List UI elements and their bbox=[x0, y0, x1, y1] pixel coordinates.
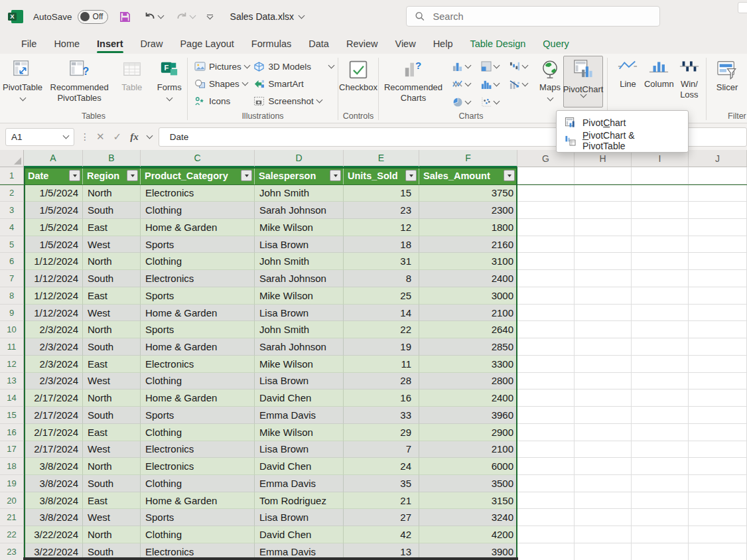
cell[interactable] bbox=[632, 287, 689, 305]
cell[interactable] bbox=[575, 185, 632, 202]
row-header-14[interactable]: 14 bbox=[0, 389, 24, 407]
cell[interactable] bbox=[632, 509, 689, 526]
cell[interactable]: East bbox=[83, 356, 141, 373]
cell[interactable]: 2640 bbox=[419, 321, 517, 338]
cancel-entry-icon[interactable]: ✕ bbox=[96, 131, 105, 143]
cell[interactable]: South bbox=[83, 543, 141, 560]
cell[interactable]: 3000 bbox=[419, 287, 517, 305]
cell[interactable]: Electronics bbox=[141, 543, 255, 560]
forms-button[interactable]: F Forms bbox=[151, 57, 187, 100]
cell[interactable]: Lisa Brown bbox=[255, 441, 344, 458]
cell[interactable]: 3/22/2024 bbox=[24, 526, 83, 543]
cell[interactable]: 1/12/2024 bbox=[24, 287, 83, 305]
cell[interactable]: 6000 bbox=[419, 458, 517, 475]
pivottable-button[interactable]: PivotTable bbox=[0, 57, 45, 100]
cell[interactable] bbox=[632, 338, 689, 356]
cell[interactable]: East bbox=[83, 424, 141, 441]
row-header-9[interactable]: 9 bbox=[0, 305, 24, 322]
cell[interactable] bbox=[517, 389, 575, 407]
cell[interactable]: 2/17/2024 bbox=[24, 407, 83, 424]
cell[interactable] bbox=[517, 424, 575, 441]
column-header-f[interactable]: F bbox=[419, 150, 517, 167]
cell[interactable] bbox=[689, 287, 747, 305]
cell[interactable]: 21 bbox=[344, 492, 419, 510]
cell[interactable]: 1/5/2024 bbox=[24, 219, 83, 236]
row-header-3[interactable]: 3 bbox=[0, 202, 24, 219]
tab-help[interactable]: Help bbox=[425, 33, 462, 54]
cell[interactable]: Electronics bbox=[141, 356, 255, 373]
cell[interactable] bbox=[632, 185, 689, 202]
cell[interactable]: 15 bbox=[344, 185, 419, 202]
cell[interactable]: West bbox=[83, 509, 141, 526]
cell[interactable] bbox=[689, 475, 747, 492]
cell[interactable] bbox=[632, 407, 689, 424]
cell[interactable] bbox=[517, 167, 575, 184]
cell[interactable]: Mike Wilson bbox=[255, 424, 344, 441]
cell[interactable]: 3300 bbox=[419, 356, 517, 373]
cell[interactable] bbox=[632, 219, 689, 236]
column-header-j[interactable]: J bbox=[689, 150, 747, 167]
cell[interactable]: 3/22/2024 bbox=[24, 543, 83, 560]
cell[interactable]: 24 bbox=[344, 458, 419, 475]
row-header-13[interactable]: 13 bbox=[0, 373, 24, 390]
cell[interactable] bbox=[689, 305, 747, 322]
cell[interactable] bbox=[517, 321, 575, 338]
cell[interactable]: Emma Davis bbox=[255, 407, 344, 424]
cell[interactable]: Sports bbox=[141, 509, 255, 526]
cell[interactable]: 31 bbox=[344, 253, 419, 270]
cell[interactable] bbox=[517, 185, 575, 202]
cell[interactable] bbox=[575, 270, 632, 287]
cell[interactable] bbox=[517, 253, 575, 270]
cell[interactable] bbox=[517, 202, 575, 219]
cell[interactable]: 2100 bbox=[419, 441, 517, 458]
tab-query[interactable]: Query bbox=[534, 33, 578, 54]
cell[interactable]: Sports bbox=[141, 407, 255, 424]
menu-item-pivotchart-pivottable[interactable]: PivotChart & PivotTable bbox=[557, 131, 688, 149]
row-header-21[interactable]: 21 bbox=[0, 509, 24, 526]
tab-review[interactable]: Review bbox=[338, 33, 387, 54]
cell[interactable]: West bbox=[83, 373, 141, 390]
cell[interactable]: 2850 bbox=[419, 338, 517, 356]
row-header-18[interactable]: 18 bbox=[0, 458, 24, 475]
cell[interactable]: East bbox=[83, 219, 141, 236]
cell[interactable] bbox=[689, 458, 747, 475]
cell[interactable] bbox=[575, 305, 632, 322]
cell[interactable] bbox=[575, 167, 632, 184]
cell[interactable]: 1/5/2024 bbox=[24, 236, 83, 253]
filename-chevron-icon[interactable] bbox=[299, 13, 305, 19]
row-header-12[interactable]: 12 bbox=[0, 356, 24, 373]
cell[interactable] bbox=[689, 389, 747, 407]
cell[interactable] bbox=[575, 526, 632, 543]
column-chart-button[interactable] bbox=[448, 58, 475, 74]
quick-access-overflow-button[interactable] bbox=[206, 13, 214, 20]
select-all-corner[interactable] bbox=[0, 150, 24, 167]
cell[interactable] bbox=[689, 253, 747, 270]
pivotchart-ribbon-button[interactable]: PivotChart bbox=[563, 56, 603, 107]
cell[interactable] bbox=[517, 475, 575, 492]
row-header-17[interactable]: 17 bbox=[0, 441, 24, 458]
cell[interactable] bbox=[517, 526, 575, 543]
cell[interactable]: 2/3/2024 bbox=[24, 373, 83, 390]
row-header-2[interactable]: 2 bbox=[0, 185, 24, 202]
insert-function-button[interactable]: fx bbox=[130, 131, 139, 143]
recommended-charts-button[interactable]: ? Recommended Charts bbox=[379, 57, 448, 104]
cell[interactable] bbox=[575, 253, 632, 270]
cell[interactable]: 7 bbox=[344, 441, 419, 458]
cell[interactable] bbox=[689, 492, 747, 510]
hierarchy-chart-button[interactable] bbox=[476, 58, 504, 74]
filter-button-region[interactable] bbox=[127, 170, 138, 181]
cell[interactable] bbox=[517, 219, 575, 236]
row-header-1[interactable]: 1 bbox=[0, 167, 24, 184]
cell[interactable]: David Chen bbox=[255, 526, 344, 543]
cell[interactable] bbox=[517, 543, 575, 560]
column-header-e[interactable]: E bbox=[344, 150, 419, 167]
cell[interactable]: 1/12/2024 bbox=[24, 253, 83, 270]
filter-button-units-sold[interactable] bbox=[405, 170, 417, 181]
recommended-pivottables-button[interactable]: ? Recommended PivotTables bbox=[46, 57, 112, 104]
cell[interactable] bbox=[632, 389, 689, 407]
cell[interactable] bbox=[689, 441, 747, 458]
tab-draw[interactable]: Draw bbox=[132, 33, 172, 54]
cell[interactable] bbox=[632, 424, 689, 441]
cell[interactable]: 1/12/2024 bbox=[24, 305, 83, 322]
cell[interactable] bbox=[689, 185, 747, 202]
